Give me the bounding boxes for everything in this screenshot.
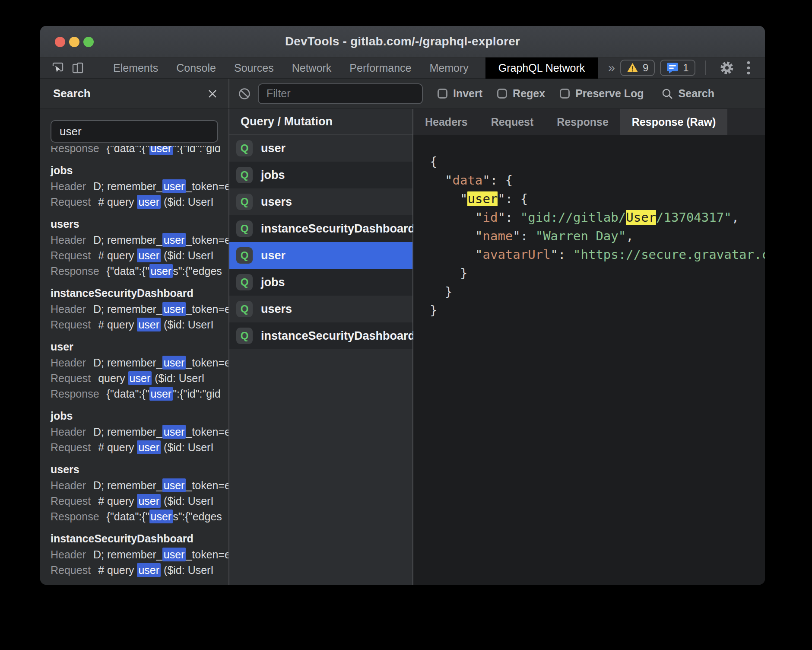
result-text: {"data":{" <box>107 388 149 400</box>
inspect-cursor-icon <box>51 61 64 74</box>
search-match-highlight: user <box>137 440 161 454</box>
inspect-element-button[interactable] <box>51 61 64 75</box>
json-line: "user": { <box>430 190 765 208</box>
filter-input[interactable] <box>258 83 423 104</box>
search-match-highlight: user <box>149 146 173 155</box>
json-token: " <box>475 247 482 262</box>
result-group-header[interactable]: users <box>51 216 228 232</box>
result-line[interactable]: Response{"data":{"users":{"edges <box>51 509 228 524</box>
result-group-header[interactable]: user <box>51 338 228 355</box>
result-group-header[interactable]: instanceSecurityDashboard <box>51 530 228 547</box>
more-tabs-button[interactable]: » <box>608 61 615 75</box>
result-group-header[interactable]: users <box>51 461 228 478</box>
search-input[interactable] <box>51 120 218 143</box>
preserve-log-checkbox-group: Preserve Log <box>560 87 644 100</box>
regex-checkbox[interactable] <box>497 89 507 99</box>
tab-console[interactable]: Console <box>176 62 216 74</box>
result-group-header[interactable]: instanceSecurityDashboard <box>51 285 228 301</box>
device-toolbar-button[interactable] <box>71 61 84 75</box>
result-line[interactable]: Request# query user ($id: UserI <box>51 562 228 578</box>
result-text: ($id: UserI <box>161 249 213 261</box>
clear-button[interactable] <box>237 86 252 101</box>
query-row-jobs[interactable]: Qjobs <box>229 269 412 296</box>
close-window-button[interactable] <box>55 37 65 47</box>
zoom-window-button[interactable] <box>83 37 94 47</box>
result-line[interactable]: HeaderD; remember_user_token=e <box>51 424 228 440</box>
result-line[interactable]: HeaderD; remember_user_token=e <box>51 478 228 493</box>
search-match-highlight: user <box>137 563 161 577</box>
query-row-users[interactable]: Qusers <box>229 296 412 322</box>
result-group-users: usersHeaderD; remember_user_token=eReque… <box>51 216 228 279</box>
detail-tab-request[interactable]: Request <box>479 109 546 135</box>
result-group-jobs: jobsHeaderD; remember_user_token=eReques… <box>51 408 228 455</box>
search-match-highlight: user <box>162 478 186 492</box>
query-row-instancesecuritydashboard[interactable]: QinstanceSecurityDashboard <box>229 322 412 349</box>
preserve-log-checkbox[interactable] <box>560 89 570 99</box>
toolbar-search-button[interactable]: Search <box>661 87 714 100</box>
tab-graphql-network[interactable]: GraphQL Network <box>485 57 598 79</box>
tab-elements[interactable]: Elements <box>113 62 158 74</box>
detail-tab-headers[interactable]: Headers <box>413 109 479 135</box>
result-line[interactable]: Requestquery user ($id: UserI <box>51 370 228 386</box>
result-text: D; remember_ <box>93 180 162 192</box>
result-line-label: Header <box>51 234 86 246</box>
json-token: } <box>430 303 437 318</box>
query-name: jobs <box>261 169 285 182</box>
result-group-header[interactable]: jobs <box>51 162 228 178</box>
result-line-label: Header <box>51 479 86 491</box>
result-line-label: Request <box>51 196 91 208</box>
detail-tab-response[interactable]: Response <box>545 109 620 135</box>
tab-sources[interactable]: Sources <box>234 62 274 74</box>
result-line[interactable]: Request# query user ($id: UserI <box>51 194 228 210</box>
json-token: " <box>498 210 505 225</box>
invert-checkbox-group: Invert <box>438 87 482 100</box>
json-token: } <box>460 266 467 280</box>
query-name: user <box>261 249 285 262</box>
tab-memory[interactable]: Memory <box>429 62 468 74</box>
devtools-window: DevTools - gitlab.com/-/graphql-explorer… <box>40 26 765 585</box>
json-line: } <box>430 264 765 283</box>
result-line-label: Request <box>51 319 91 331</box>
query-row-users[interactable]: Qusers <box>229 188 412 215</box>
result-line[interactable]: Response{"data":{"user":{"id":"gid <box>51 146 228 156</box>
close-search-button[interactable] <box>206 87 219 100</box>
detail-tab-response-raw[interactable]: Response (Raw) <box>620 109 727 135</box>
tab-network[interactable]: Network <box>292 62 332 74</box>
invert-checkbox[interactable] <box>438 89 447 99</box>
query-type-badge: Q <box>236 328 253 344</box>
query-row-user[interactable]: Quser <box>229 242 412 269</box>
result-line[interactable]: HeaderD; remember_user_token=e <box>51 355 228 370</box>
issues-badge[interactable]: 1 <box>660 60 695 76</box>
result-group-header[interactable]: jobs <box>51 408 228 424</box>
query-row-jobs[interactable]: Qjobs <box>229 162 412 188</box>
result-line-label: Header <box>51 548 86 561</box>
json-token: " <box>445 173 452 188</box>
result-line[interactable]: HeaderD; remember_user_token=e <box>51 178 228 194</box>
result-line[interactable]: HeaderD; remember_user_token=e <box>51 232 228 248</box>
result-line-label: Request <box>51 495 91 507</box>
result-line[interactable]: Request# query user ($id: UserI <box>51 248 228 263</box>
result-line-label: Request <box>51 441 91 453</box>
warnings-badge[interactable]: 9 <box>620 60 655 76</box>
tab-performance[interactable]: Performance <box>349 62 411 74</box>
result-text: D; remember_ <box>93 479 162 491</box>
regex-checkbox-label: Regex <box>513 87 545 100</box>
query-row-instancesecuritydashboard[interactable]: QinstanceSecurityDashboard <box>229 215 412 242</box>
minimize-window-button[interactable] <box>69 37 79 47</box>
result-line[interactable]: Request# query user ($id: UserI <box>51 493 228 509</box>
result-line[interactable]: Request# query user ($id: UserI <box>51 440 228 455</box>
search-icon <box>661 88 673 100</box>
more-options-button[interactable] <box>740 60 757 76</box>
settings-button[interactable] <box>719 60 735 76</box>
result-line[interactable]: HeaderD; remember_user_token=e <box>51 301 228 317</box>
json-line: { <box>430 153 765 171</box>
query-row-user[interactable]: Quser <box>229 135 412 162</box>
json-token: " <box>482 173 490 188</box>
result-line[interactable]: Request# query user ($id: UserI <box>51 317 228 332</box>
result-line[interactable]: Response{"data":{"user":{"id":"gid <box>51 386 228 401</box>
search-match-highlight: user <box>137 318 161 331</box>
result-line[interactable]: HeaderD; remember_user_token=e <box>51 547 228 562</box>
result-line[interactable]: Response{"data":{"users":{"edges <box>51 263 228 279</box>
json-token: "https://secure.gravatar.com/avatar <box>573 247 765 262</box>
result-group-instancesecuritydashboard: instanceSecurityDashboardHeaderD; rememb… <box>51 530 228 578</box>
